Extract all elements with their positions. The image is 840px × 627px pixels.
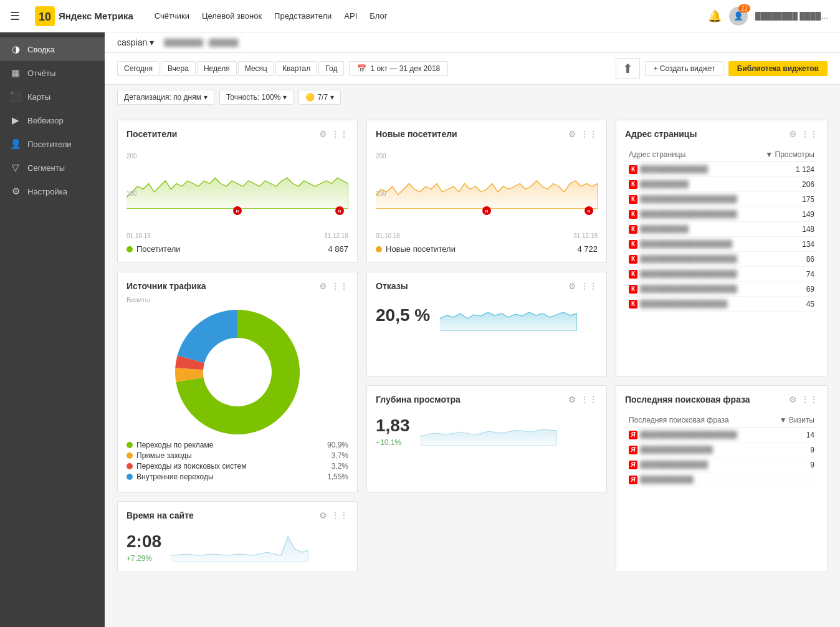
pa-row6-views: 134 [755, 237, 818, 252]
pa-row2-url[interactable]: К██████████ [625, 177, 755, 192]
depth-numbers: 1,83 +10,1% [376, 413, 410, 447]
grid-icon[interactable]: ⋮⋮ [331, 129, 348, 139]
gear-icon[interactable]: ⚙ [319, 129, 327, 139]
detail-dropdown[interactable]: Детализация: по дням ▾ [117, 90, 214, 105]
legend-dot-0 [126, 442, 133, 448]
nav-celevoy-zvonok[interactable]: Целевой звонок [202, 11, 262, 21]
k-icon-1: К [629, 165, 637, 174]
visitors-actions[interactable]: ⚙ ⋮⋮ [319, 129, 348, 139]
hamburger-icon[interactable]: ☰ [10, 9, 20, 23]
period-week[interactable]: Неделя [197, 61, 237, 76]
sidebar-item-otchety[interactable]: ▦ Отчёты [0, 61, 105, 85]
pa-row4-url-text: ████████████████████ [640, 210, 737, 218]
grid-icon-d[interactable]: ⋮⋮ [580, 395, 598, 404]
nv-dot-2: н [585, 206, 593, 215]
nv-x-end: 31.12.18 [573, 232, 598, 239]
avatar-wrap[interactable]: 👤 22 [729, 7, 748, 26]
grid-icon-tos[interactable]: ⋮⋮ [331, 510, 348, 520]
pa-row1-url[interactable]: К██████████████ [625, 162, 755, 177]
period-yesterday[interactable]: Вчера [161, 61, 196, 76]
gear-icon-ot[interactable]: ⚙ [568, 281, 576, 291]
nav-schetchiki[interactable]: Счётчики [155, 11, 189, 21]
sp-row1-phrase[interactable]: Я████████████████████ [625, 428, 766, 443]
grid-icon-sp[interactable]: ⋮⋮ [801, 395, 818, 404]
pa-row6-url[interactable]: К███████████████████ [625, 237, 755, 252]
library-button[interactable]: Библиотека виджетов [728, 61, 828, 76]
nav-blog[interactable]: Блог [370, 11, 387, 21]
depth-sparkline-svg [420, 414, 557, 446]
gear-icon-ts[interactable]: ⚙ [319, 281, 327, 291]
gear-icon-nv[interactable]: ⚙ [568, 129, 576, 139]
period-quarter[interactable]: Квартал [275, 61, 317, 76]
sp-row2-phrase[interactable]: Я███████████████ [625, 443, 766, 457]
pa-row7-url[interactable]: К████████████████████ [625, 252, 755, 267]
traffic-source-title: Источник трафика [126, 281, 206, 291]
depth-sparkline [420, 414, 557, 446]
pa-row4-views: 149 [755, 207, 818, 222]
create-widget-button[interactable]: + Создать виджет [645, 61, 723, 76]
nav-api[interactable]: API [344, 11, 357, 21]
search-phrase-actions[interactable]: ⚙ ⋮⋮ [789, 395, 818, 404]
gear-icon-d[interactable]: ⚙ [568, 395, 576, 404]
sub-header: caspian ▾ ████████ • ██████ [105, 32, 840, 53]
grid-icon-pa[interactable]: ⋮⋮ [801, 129, 818, 139]
sidebar-item-segmenty[interactable]: ▽ Сегменты [0, 156, 105, 179]
pa-row4-url[interactable]: К████████████████████ [625, 207, 755, 222]
pa-row9-url[interactable]: К████████████████████ [625, 282, 755, 297]
sp-row3-phrase[interactable]: Я██████████████ [625, 457, 766, 472]
pa-row5-url[interactable]: К██████████ [625, 222, 755, 237]
gear-icon-tos[interactable]: ⚙ [319, 510, 327, 520]
page-address-actions[interactable]: ⚙ ⋮⋮ [789, 129, 818, 139]
sidebar: ◑ Сводка ▦ Отчёты ⬛ Карты ▶ Вебвизор 👤 П… [0, 32, 105, 627]
legend-val-1: 3,7% [332, 451, 348, 460]
otkazy-actions[interactable]: ⚙ ⋮⋮ [568, 281, 598, 291]
user-name[interactable]: ████████ ████████ [755, 12, 830, 21]
otkazy-sparkline [440, 300, 577, 331]
notification-badge: 22 [738, 4, 750, 12]
legend-dot-3 [126, 474, 133, 480]
sp-row4-phrase[interactable]: Я███████████ [625, 472, 766, 487]
new-visitors-actions[interactable]: ⚙ ⋮⋮ [568, 129, 598, 139]
k-icon-9: К [629, 285, 637, 294]
grid-icon-ot[interactable]: ⋮⋮ [580, 281, 598, 291]
gear-icon-sp[interactable]: ⚙ [789, 395, 797, 404]
otkazy-content: 20,5 % [376, 300, 598, 331]
period-today[interactable]: Сегодня [117, 61, 160, 76]
time-on-site-actions[interactable]: ⚙ ⋮⋮ [319, 510, 348, 520]
nv-x-labels: 01.10.18 31.12.18 [376, 232, 598, 239]
period-month[interactable]: Месяц [238, 61, 274, 76]
grid-icon-nv[interactable]: ⋮⋮ [580, 129, 598, 139]
sidebar-item-svodka[interactable]: ◑ Сводка [0, 37, 105, 61]
visitors-color-dot [126, 246, 133, 252]
accuracy-dropdown[interactable]: Точность: 100% ▾ [219, 90, 294, 105]
pa-row10-url[interactable]: К██████████████████ [625, 297, 755, 312]
gear-icon-pa[interactable]: ⚙ [789, 129, 797, 139]
logo[interactable]: 10 Яндекс Метрика [35, 6, 133, 26]
legend-label-0: Переходы по рекламе [136, 441, 323, 449]
site-selector[interactable]: caspian ▾ [117, 37, 154, 47]
notification-bell-icon[interactable]: 🔔 [708, 9, 722, 23]
pa-row8-url[interactable]: К████████████████████ [625, 267, 755, 282]
nv-stat-text: Новые посетители [386, 244, 456, 254]
period-year[interactable]: Год [318, 61, 344, 76]
nav-predstaviteli[interactable]: Представители [274, 11, 332, 21]
sidebar-item-posetiteli[interactable]: 👤 Посетители [0, 132, 105, 156]
table-row: К████████████████████ 69 [625, 282, 818, 297]
depth-actions[interactable]: ⚙ ⋮⋮ [568, 395, 598, 404]
legend-label-2: Переходы из поисковых систем [136, 462, 328, 471]
legend-val-2: 3,2% [332, 462, 348, 471]
visitors-header: Посетители ⚙ ⋮⋮ [126, 129, 348, 144]
export-button[interactable]: ⬆ [616, 58, 640, 79]
sidebar-item-karty[interactable]: ⬛ Карты [0, 85, 105, 108]
traffic-source-widget: Источник трафика Визиты ⚙ ⋮⋮ [117, 272, 358, 492]
date-range-button[interactable]: 📅 1 окт — 31 дек 2018 [349, 61, 448, 76]
pa-row3-url[interactable]: К████████████████████ [625, 192, 755, 207]
pa-row9-url-text: ████████████████████ [640, 285, 737, 292]
maps-icon: ⬛ [10, 91, 21, 102]
grid-icon-ts[interactable]: ⋮⋮ [331, 281, 348, 291]
pa-row7-views: 86 [755, 252, 818, 267]
segments-dropdown[interactable]: 🟡 7/7 ▾ [298, 90, 341, 105]
sidebar-item-vebvizor[interactable]: ▶ Вебвизор [0, 108, 105, 132]
traffic-source-actions[interactable]: ⚙ ⋮⋮ [319, 281, 348, 291]
sidebar-item-nastroyka[interactable]: ⚙ Настройка [0, 179, 105, 203]
